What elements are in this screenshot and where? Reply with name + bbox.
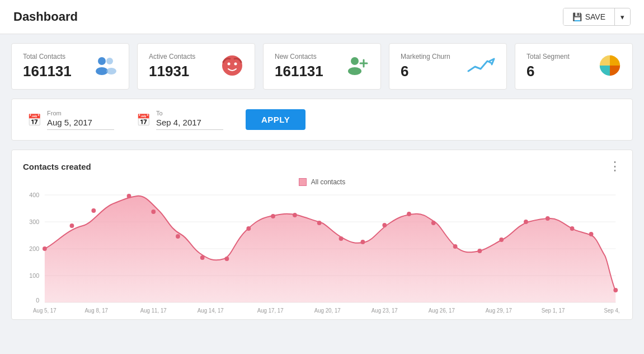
kpi-row: Total Contacts 161131 Active Contacts 11… (11, 43, 633, 90)
chart-header: Contacts created ⋮ (23, 159, 621, 174)
chart-legend: All contacts (23, 178, 621, 186)
svg-text:300: 300 (29, 218, 39, 225)
svg-text:Aug 17, 17: Aug 17, 17 (257, 308, 284, 314)
svg-point-27 (200, 255, 205, 260)
pie-icon (599, 54, 621, 78)
kpi-value-marketing-churn: 6 (401, 63, 450, 80)
kpi-text-marketing-churn: Marketing Churn 6 (401, 53, 450, 80)
svg-point-24 (127, 194, 131, 198)
svg-point-23 (91, 208, 96, 213)
kpi-value-active-contacts: 11931 (149, 63, 195, 80)
save-button[interactable]: 💾 SAVE (563, 8, 615, 25)
svg-point-35 (382, 223, 387, 227)
chart-title: Contacts created (23, 162, 91, 171)
kpi-card-new-contacts: New Contacts 161131 (263, 43, 381, 90)
save-label: SAVE (585, 12, 605, 21)
svg-point-6 (234, 63, 237, 66)
legend-label: All contacts (311, 178, 345, 186)
save-dropdown-button[interactable]: ▾ (615, 9, 630, 25)
svg-point-2 (106, 58, 113, 64)
svg-point-25 (151, 209, 156, 214)
svg-text:Sep 1, 17: Sep 1, 17 (542, 308, 565, 314)
svg-point-8 (348, 67, 361, 75)
svg-point-44 (589, 232, 594, 236)
kpi-value-total-segment: 6 (527, 63, 570, 80)
kpi-value-total-contacts: 161131 (23, 63, 72, 80)
svg-point-36 (407, 212, 411, 216)
from-label: From (47, 110, 114, 117)
svg-point-37 (431, 221, 436, 225)
people-icon (93, 55, 117, 77)
svg-text:Aug 20, 17: Aug 20, 17 (314, 308, 341, 314)
kpi-label-total-segment: Total Segment (527, 53, 570, 60)
svg-point-7 (351, 57, 359, 65)
legend-color-box (299, 178, 307, 186)
svg-text:200: 200 (29, 245, 39, 252)
chart-menu-icon[interactable]: ⋮ (609, 159, 621, 174)
svg-text:Aug 29, 17: Aug 29, 17 (486, 308, 512, 314)
save-button-group: 💾 SAVE ▾ (563, 8, 631, 26)
kpi-text-active-contacts: Active Contacts 11931 (149, 53, 195, 80)
svg-point-29 (246, 226, 251, 231)
svg-point-41 (524, 220, 528, 224)
date-filter-card: 📅 From Aug 5, 2017 📅 To Sep 4, 2017 APPL… (11, 99, 633, 141)
svg-point-30 (271, 214, 275, 218)
svg-point-43 (570, 226, 575, 231)
svg-point-42 (546, 216, 550, 221)
svg-point-34 (360, 240, 365, 244)
calendar-from-icon: 📅 (27, 113, 41, 127)
svg-point-1 (96, 67, 108, 75)
save-disk-icon: 💾 (572, 12, 582, 21)
chart-area: 400 300 200 100 0 (23, 190, 621, 314)
svg-text:400: 400 (29, 192, 39, 198)
from-date-text: From Aug 5, 2017 (47, 110, 114, 130)
face-icon (221, 54, 243, 78)
svg-point-31 (293, 213, 297, 217)
svg-text:100: 100 (29, 272, 39, 279)
add-person-icon (344, 55, 369, 77)
svg-point-22 (70, 223, 74, 228)
to-date-field: 📅 To Sep 4, 2017 (137, 110, 223, 130)
from-value[interactable]: Aug 5, 2017 (47, 118, 114, 130)
to-value[interactable]: Sep 4, 2017 (156, 118, 223, 130)
svg-text:Sep 4, 17: Sep 4, 17 (604, 308, 621, 314)
from-date-field: 📅 From Aug 5, 2017 (27, 110, 114, 130)
kpi-card-active-contacts: Active Contacts 11931 (137, 43, 255, 90)
kpi-label-total-contacts: Total Contacts (23, 53, 72, 60)
svg-point-26 (176, 234, 180, 239)
svg-text:0: 0 (36, 297, 39, 304)
apply-button[interactable]: APPLY (246, 109, 305, 130)
kpi-label-active-contacts: Active Contacts (149, 53, 195, 60)
kpi-card-total-contacts: Total Contacts 161131 (11, 43, 129, 90)
chart-card: Contacts created ⋮ All contacts 400 300 … (11, 150, 633, 320)
kpi-value-new-contacts: 161131 (275, 63, 323, 80)
svg-point-45 (613, 288, 618, 292)
page-title: Dashboard (13, 10, 78, 24)
svg-point-40 (499, 237, 504, 242)
svg-point-3 (106, 68, 116, 74)
kpi-label-marketing-churn: Marketing Churn (401, 53, 450, 60)
calendar-to-icon: 📅 (137, 113, 151, 127)
svg-point-33 (339, 236, 344, 241)
kpi-text-total-contacts: Total Contacts 161131 (23, 53, 72, 80)
svg-text:Aug 5, 17: Aug 5, 17 (33, 308, 57, 314)
app-header: Dashboard 💾 SAVE ▾ (0, 0, 644, 34)
kpi-card-total-segment: Total Segment 6 (515, 43, 633, 90)
chevron-down-icon: ▾ (621, 13, 624, 21)
area-chart-svg: 400 300 200 100 0 (23, 190, 621, 314)
svg-point-21 (43, 246, 47, 251)
kpi-card-marketing-churn: Marketing Churn 6 (389, 43, 507, 90)
kpi-text-total-segment: Total Segment 6 (527, 53, 570, 80)
trend-icon (467, 55, 495, 77)
svg-point-28 (225, 257, 229, 261)
svg-text:Aug 14, 17: Aug 14, 17 (198, 308, 224, 314)
svg-text:Aug 8, 17: Aug 8, 17 (84, 308, 108, 314)
svg-point-0 (98, 57, 106, 65)
main-content: Total Contacts 161131 Active Contacts 11… (0, 34, 644, 329)
to-date-text: To Sep 4, 2017 (156, 110, 223, 130)
svg-text:Aug 26, 17: Aug 26, 17 (429, 308, 455, 314)
svg-point-5 (228, 63, 231, 66)
svg-point-39 (477, 249, 482, 253)
kpi-text-new-contacts: New Contacts 161131 (275, 53, 323, 80)
svg-text:Aug 11, 17: Aug 11, 17 (140, 308, 167, 314)
